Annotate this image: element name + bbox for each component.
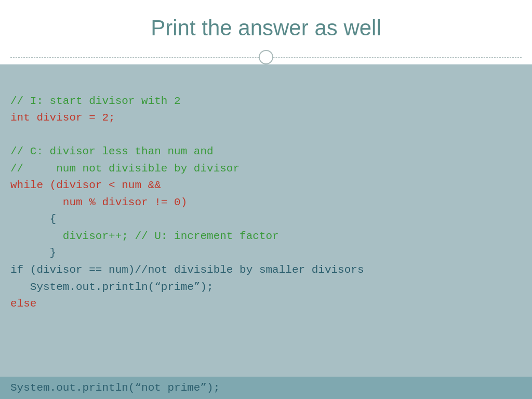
code-block: // I: start divisor with 2 int divisor =… <box>10 76 516 329</box>
slide: Print the answer as well // I: start div… <box>0 0 532 399</box>
divider-circle <box>259 50 273 64</box>
code-int-init: int divisor = 2; <box>10 112 115 124</box>
code-else: else <box>10 298 36 310</box>
slide-title: Print the answer as well <box>10 16 522 50</box>
code-blank1 <box>10 129 17 141</box>
code-open-brace: { <box>10 213 56 225</box>
code-divisor-increment: divisor++; // U: increment factor <box>10 230 279 242</box>
comment-init: // I: start divisor with 2 <box>10 95 181 107</box>
code-print-not-prime: System.out.println(“not prime”); <box>10 382 220 394</box>
code-print-prime: System.out.println(“prime”); <box>10 281 214 293</box>
code-content: // I: start divisor with 2 int divisor =… <box>0 64 532 377</box>
code-if: if (divisor == num)//not divisible by sm… <box>10 264 364 276</box>
comment-condition2: // num not divisible by divisor <box>10 163 240 175</box>
code-while: while (divisor < num && <box>10 179 161 191</box>
comment-condition1: // C: divisor less than num and <box>10 145 214 157</box>
code-close-brace: } <box>10 247 56 259</box>
code-condition: num % divisor != 0) <box>10 196 187 208</box>
bottom-bar: System.out.println(“not prime”); <box>0 377 532 399</box>
slide-header: Print the answer as well <box>0 0 532 64</box>
divider <box>10 50 522 64</box>
